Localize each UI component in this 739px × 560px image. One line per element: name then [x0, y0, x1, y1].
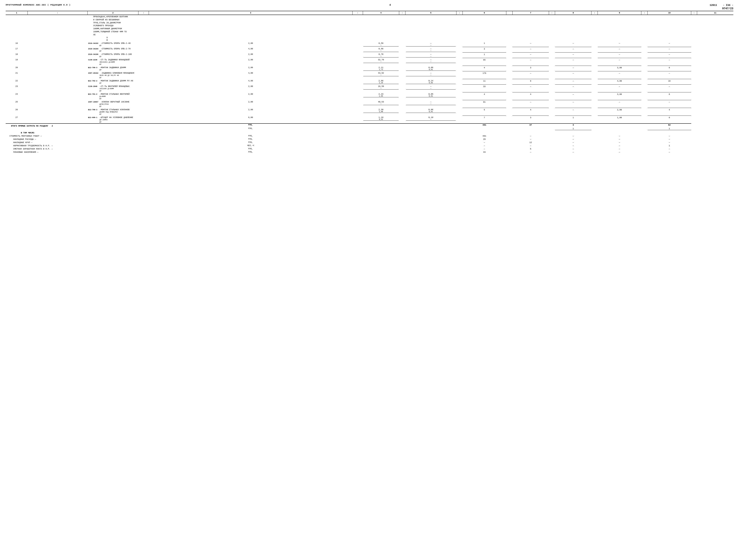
col-header-10: 10	[647, 11, 691, 15]
col-sep-colon4: :	[399, 11, 406, 15]
bottom-item-row: СМЕТНАЯ ЗАРАБОТНАЯ ПЛАТА В Н.Р. — РУБ, —…	[6, 147, 733, 150]
table-row: 26 Ш12-798-3 -МОНТАЖ СТАЛЬНЫХ КЛАПАНОВ Д…	[6, 108, 733, 116]
col-sep-colon6: :	[549, 11, 555, 15]
col-header-7: 7	[512, 11, 549, 15]
table-row: 23 С130-2049 -СТ-ТЬ ВЕНТИЛЕЙ ФЛАНЦЕВЫХ 1…	[6, 85, 733, 92]
table-row: 27 Ш12-699-1 -ШТУЦЕР НА УСЛОВНОЕ ДАВЛЕНИ…	[6, 116, 733, 124]
stamp: 9747/23	[722, 7, 733, 10]
table-row: 20 Ш12-790-3 -МОНТАЖ ЗАДВИЖКИ Д50ММ ШТ 2…	[6, 65, 733, 71]
bottom-item-row: СТОИМОСТЬ МОНТАЖНЫХ РАБОТ — РУБ, 491 — —…	[6, 134, 733, 137]
table-body: ПРОКЛАДКАХ,КРЕПЛЕНИЕМ БОЛТАМИИ СВАРКОЙ И…	[6, 15, 733, 153]
table-header-row: 1 : 2 : 3 : 4 : 5 : 6 7 : 8 : 9 : 10 : 1…	[6, 11, 733, 15]
col-sep-colon3: :	[352, 11, 363, 15]
table-row: 21 2307-20162 -ЗАДВИЖКА КЛИНОВАЯ ФЛАНЦЕВ…	[6, 71, 733, 79]
col-sep-colon8: :	[641, 11, 647, 15]
col-header-2: 2	[88, 11, 138, 15]
v-tom-chisle-row: В ТОМ ЧИСЛЕ:	[6, 130, 733, 134]
col-header-8: 8	[555, 11, 591, 15]
bottom-item-row: НАКЛАДНЫЕ РАСХОДЫ — РУБ, 29 — — — —	[6, 137, 733, 141]
app-title: ПРОГРАММНЫЙ КОМПЛЕКС АВС-3ЕС ( РЕДАКЦИЯ …	[6, 4, 70, 6]
table-row: 19 С130-2239 -СТ-ТЬ ЗАДВИЖКИ ФЛАНЦЕВОЙ 3…	[6, 58, 733, 65]
col-sep-colon: :	[27, 11, 88, 15]
col-header-4: 4	[363, 11, 399, 15]
col-sep-colon7: :	[591, 11, 598, 15]
col-sep-colon5: :	[456, 11, 462, 15]
table-row: 25 2307-10657 -КЛАПАН ОБРАТНЫЙ 19С38НЕ Д…	[6, 100, 733, 108]
table-row: 16 2310-34192 -СТОИМОСТЬ ОПОРЫ ОПБ-2-40 …	[6, 41, 733, 47]
col-header-11: 11	[697, 11, 733, 15]
table-row: 18 2310-34196 -СТОИМОСТЬ ОПОРЫ ОПБ-2-100…	[6, 52, 733, 58]
col-header-9: 9	[598, 11, 641, 15]
col-header-6: 6	[462, 11, 506, 15]
bottom-item-row: НАКЛАДНЫЕ НУЧП — РУБ, — 12 — — —	[6, 141, 733, 144]
table-row: 17 2310-34194 -СТОИМОСТЬ ОПОРЫ ОПБ-2-70 …	[6, 47, 733, 52]
intro-row: ПРОКЛАДКАХ,КРЕПЛЕНИЕМ БОЛТАМИИ СВАРКОЙ И…	[6, 15, 733, 36]
col-header-5: 5	[406, 11, 456, 15]
col-sep-colon2: :	[138, 11, 149, 15]
totals-sub-row: РУБ, 1 1	[6, 127, 733, 130]
page-header: ПРОГРАММНЫЙ КОМПЛЕКС АВС-3ЕС ( РЕДАКЦИЯ …	[6, 4, 733, 7]
to-label-row: То	[6, 36, 733, 41]
col-sep-colon9: :	[691, 11, 697, 15]
page-number: 4	[390, 4, 391, 6]
bottom-item-row: НОРМАТИВНАЯ ТРУДОЕМКОСТЬ В Н.Р. — ЧЕЛ,-Ч…	[6, 144, 733, 147]
col-sep-space	[506, 11, 512, 15]
main-table: 1 : 2 : 3 : 4 : 5 : 6 7 : 8 : 9 : 10 : 1…	[6, 11, 733, 153]
totals-row: ИТОГО ПРЯМЫЕ ЗАТРАТЫ ПО РАЗДЕЛУ 2 РУБ, 4…	[6, 124, 733, 127]
col-header-3: 3	[149, 11, 352, 15]
table-row: 22 Ш12-792-2 -МОНТАЖ ЗАДВИЖКИ Д50ММ РУ-4…	[6, 79, 733, 85]
table-row: 24 Ш12-791-2 -МОНТАЖ СТАЛЬНЫХ ВЕНТИЛЕЙ Д…	[6, 92, 733, 100]
col-header-1: 1	[6, 11, 27, 15]
bottom-item-row: ПЛАНОВЫЕ НАКОПЛЕНИЯ — РУБ, 43 — — — —	[6, 150, 733, 153]
doc-number: 12011 - I34 -	[710, 4, 733, 7]
